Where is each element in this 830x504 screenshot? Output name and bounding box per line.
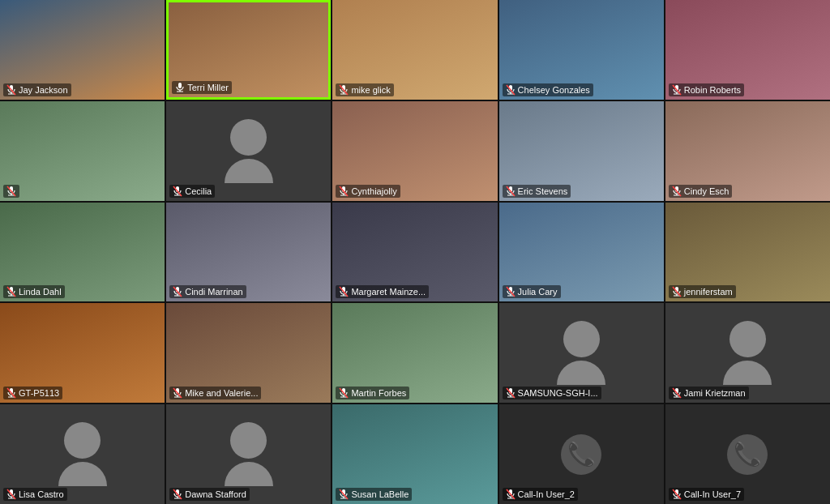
mic-muted-icon: [6, 84, 16, 96]
participant-name-linda-dahl: Linda Dahl: [19, 287, 62, 297]
mic-muted-icon: [173, 489, 182, 500]
mic-muted-icon: [339, 489, 349, 500]
tile-label-susan-labelle: Susan LaBelle: [336, 488, 412, 501]
mic-muted-icon: [339, 186, 349, 197]
mic-muted-icon: [506, 84, 516, 96]
tile-label-jami-krietzman: Jami Krietzman: [669, 387, 749, 399]
mic-muted-icon: [506, 387, 516, 399]
participant-name-samsung-sgh: SAMSUNG-SGH-I...: [518, 388, 598, 398]
participant-name-callin-user7: Call-In User_7: [684, 489, 741, 499]
mic-muted-icon: [672, 286, 682, 297]
participant-name-mike-glick: mike glick: [351, 85, 390, 95]
participant-name-chelsey-gonzales: Chelsey Gonzales: [518, 85, 590, 95]
participant-name-eric-stevens: Eric Stevens: [518, 186, 568, 196]
participant-name-jay-jackson: Jay Jackson: [19, 85, 68, 95]
tile-label-samsung-sgh: SAMSUNG-SGH-I...: [503, 387, 601, 399]
mic-muted-icon: [6, 387, 16, 399]
tile-unnamed-1[interactable]: [0, 101, 165, 201]
avatar-body: [723, 361, 772, 385]
tile-label-cynthiajolly: Cynthiajolly: [336, 185, 400, 198]
tile-jenniferstam[interactable]: jenniferstam: [665, 203, 830, 302]
tile-label-linda-dahl: Linda Dahl: [3, 285, 65, 298]
tile-cindy-esch[interactable]: Cindy Esch: [665, 101, 830, 201]
participant-name-lisa-castro: Lisa Castro: [19, 489, 64, 499]
mic-muted-icon: [173, 286, 182, 297]
tile-label-robin-roberts: Robin Roberts: [669, 83, 744, 96]
tile-linda-dahl[interactable]: Linda Dahl: [0, 203, 165, 302]
avatar-circle: [230, 119, 267, 156]
mic-muted-icon: [339, 286, 349, 297]
mic-muted-icon: [173, 387, 182, 399]
avatar-circle: [563, 321, 600, 357]
participant-name-susan-labelle: Susan LaBelle: [351, 489, 409, 499]
mic-muted-icon: [6, 489, 16, 500]
participant-name-robin-roberts: Robin Roberts: [684, 85, 741, 95]
mic-muted-icon: [506, 286, 516, 297]
tile-label-cecilia: Cecilia: [169, 185, 215, 198]
mic-muted-icon: [672, 489, 682, 500]
tile-cecilia[interactable]: Cecilia: [166, 101, 331, 201]
tile-label-chelsey-gonzales: Chelsey Gonzales: [503, 83, 593, 96]
avatar-body: [225, 462, 273, 486]
tile-jay-jackson[interactable]: Jay Jackson: [0, 0, 165, 100]
participant-name-jami-krietzman: Jami Krietzman: [684, 388, 746, 398]
avatar-body: [225, 159, 273, 183]
tile-lisa-castro[interactable]: Lisa Castro: [0, 404, 165, 504]
participant-name-cecilia: Cecilia: [185, 186, 212, 196]
tile-julia-cary[interactable]: Julia Cary: [499, 203, 664, 302]
tile-susan-labelle[interactable]: Susan LaBelle: [332, 404, 497, 504]
tile-label-gt-p5113: GT-P5113: [3, 387, 62, 399]
tile-mike-glick[interactable]: mike glick: [332, 0, 497, 100]
tile-label-eric-stevens: Eric Stevens: [503, 185, 571, 198]
avatar-body: [58, 462, 107, 486]
tile-terri-miller[interactable]: Terri Miller: [166, 0, 331, 100]
tile-chelsey-gonzales[interactable]: Chelsey Gonzales: [499, 0, 664, 100]
mic-icon: [175, 82, 185, 93]
tile-label-jay-jackson: Jay Jackson: [3, 83, 71, 96]
mic-muted-icon: [339, 84, 349, 96]
video-feed-unnamed-1: [0, 101, 165, 201]
tile-label-cindi-marrinan: Cindi Marrinan: [169, 285, 246, 298]
tile-label-mike-valerie: Mike and Valerie...: [169, 387, 261, 399]
mic-muted-icon: [506, 489, 516, 500]
tile-callin-user7[interactable]: 📞 Call-In User_7: [665, 404, 830, 504]
tile-martin-forbes[interactable]: Martin Forbes: [332, 303, 497, 403]
tile-label-jenniferstam: jenniferstam: [669, 285, 736, 298]
tile-label-callin-user7: Call-In User_7: [669, 488, 744, 501]
avatar-circle: [729, 321, 766, 357]
tile-jami-krietzman[interactable]: Jami Krietzman: [665, 303, 830, 403]
tile-eric-stevens[interactable]: Eric Stevens: [499, 101, 664, 201]
avatar-body: [557, 361, 605, 385]
tile-margaret-mainze[interactable]: Margaret Mainze...: [332, 203, 497, 302]
participant-name-cindi-marrinan: Cindi Marrinan: [185, 287, 243, 297]
participant-name-julia-cary: Julia Cary: [518, 287, 558, 297]
participant-name-terri-miller: Terri Miller: [187, 83, 229, 92]
tile-samsung-sgh[interactable]: SAMSUNG-SGH-I...: [499, 303, 664, 403]
video-grid: Jay Jackson Terri Miller mike glick: [0, 0, 830, 504]
tile-callin-user2[interactable]: 📞 Call-In User_2: [499, 404, 664, 504]
tile-label-dawna-stafford: Dawna Stafford: [169, 488, 250, 501]
mic-muted-icon: [672, 186, 682, 197]
tile-label-mike-glick: mike glick: [336, 83, 393, 96]
participant-name-cindy-esch: Cindy Esch: [684, 186, 729, 196]
tile-dawna-stafford[interactable]: Dawna Stafford: [166, 404, 331, 504]
tile-label-unnamed-1: [3, 185, 19, 198]
mic-muted-icon: [506, 186, 516, 197]
tile-label-martin-forbes: Martin Forbes: [336, 387, 409, 399]
tile-label-lisa-castro: Lisa Castro: [3, 488, 67, 501]
tile-gt-p5113[interactable]: GT-P5113: [0, 303, 165, 403]
tile-mike-valerie[interactable]: Mike and Valerie...: [166, 303, 331, 403]
phone-icon: 📞: [727, 434, 768, 475]
tile-cynthiajolly[interactable]: Cynthiajolly: [332, 101, 497, 201]
tile-label-callin-user2: Call-In User_2: [503, 488, 578, 501]
tile-cindi-marrinan[interactable]: Cindi Marrinan: [166, 203, 331, 302]
participant-name-martin-forbes: Martin Forbes: [351, 388, 406, 398]
avatar-circle: [230, 422, 267, 459]
participant-name-margaret-mainze: Margaret Mainze...: [351, 287, 426, 297]
participant-name-callin-user2: Call-In User_2: [518, 489, 575, 499]
participant-name-jenniferstam: jenniferstam: [684, 287, 733, 297]
svg-rect-4: [178, 83, 182, 88]
tile-label-margaret-mainze: Margaret Mainze...: [336, 285, 429, 298]
tile-robin-roberts[interactable]: Robin Roberts: [665, 0, 830, 100]
avatar-circle: [64, 422, 101, 459]
